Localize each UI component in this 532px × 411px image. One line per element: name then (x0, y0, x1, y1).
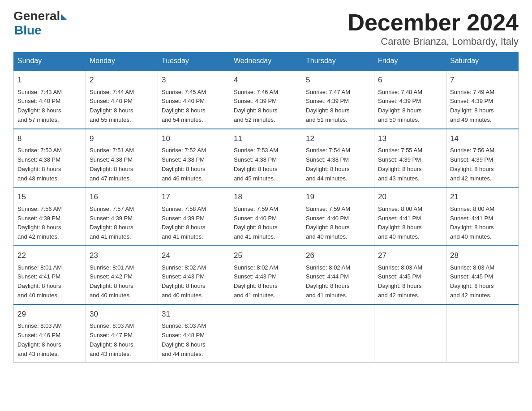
day-number: 22 (17, 250, 82, 261)
day-number: 21 (450, 191, 515, 203)
calendar-cell (230, 304, 302, 363)
calendar-cell: 7Sunrise: 7:49 AMSunset: 4:39 PMDaylight… (446, 70, 519, 129)
day-number: 24 (162, 250, 226, 261)
calendar-cell: 28Sunrise: 8:03 AMSunset: 4:45 PMDayligh… (446, 246, 519, 304)
day-info: Sunrise: 7:56 AMSunset: 4:39 PMDaylight:… (17, 205, 82, 242)
day-info: Sunrise: 8:03 AMSunset: 4:45 PMDaylight:… (378, 263, 442, 300)
calendar-body: 1Sunrise: 7:43 AMSunset: 4:40 PMDaylight… (14, 70, 519, 363)
day-number: 16 (90, 191, 154, 203)
logo-blue-text: Blue (14, 23, 67, 38)
calendar-cell: 6Sunrise: 7:48 AMSunset: 4:39 PMDaylight… (374, 70, 446, 129)
day-info: Sunrise: 7:55 AMSunset: 4:39 PMDaylight:… (378, 146, 442, 183)
day-info: Sunrise: 7:50 AMSunset: 4:38 PMDaylight:… (17, 146, 82, 183)
calendar-cell: 21Sunrise: 8:00 AMSunset: 4:41 PMDayligh… (446, 187, 519, 246)
logo: General Blue (13, 9, 67, 38)
day-number: 20 (378, 191, 442, 203)
logo-arrow-icon (61, 14, 67, 20)
calendar-cell: 10Sunrise: 7:52 AMSunset: 4:38 PMDayligh… (158, 129, 230, 188)
day-number: 6 (378, 74, 442, 86)
day-number: 23 (90, 250, 154, 261)
day-info: Sunrise: 8:03 AMSunset: 4:47 PMDaylight:… (90, 321, 154, 359)
day-info: Sunrise: 8:00 AMSunset: 4:41 PMDaylight:… (378, 205, 442, 242)
day-info: Sunrise: 8:01 AMSunset: 4:41 PMDaylight:… (17, 263, 82, 300)
calendar-cell: 16Sunrise: 7:57 AMSunset: 4:39 PMDayligh… (86, 187, 158, 246)
calendar-cell: 30Sunrise: 8:03 AMSunset: 4:47 PMDayligh… (86, 304, 158, 363)
day-info: Sunrise: 7:47 AMSunset: 4:39 PMDaylight:… (306, 88, 370, 125)
day-info: Sunrise: 8:01 AMSunset: 4:42 PMDaylight:… (90, 263, 154, 300)
day-info: Sunrise: 8:02 AMSunset: 4:44 PMDaylight:… (306, 263, 370, 300)
day-number: 3 (162, 74, 226, 86)
day-info: Sunrise: 7:54 AMSunset: 4:38 PMDaylight:… (306, 146, 370, 183)
day-number: 8 (17, 133, 82, 145)
day-number: 4 (234, 74, 298, 86)
header-cell-friday: Friday (374, 52, 446, 70)
day-number: 19 (306, 191, 370, 203)
calendar-week-row: 1Sunrise: 7:43 AMSunset: 4:40 PMDaylight… (14, 70, 519, 129)
header-cell-sunday: Sunday (14, 52, 86, 70)
calendar-cell: 15Sunrise: 7:56 AMSunset: 4:39 PMDayligh… (14, 187, 86, 246)
day-number: 1 (17, 74, 82, 86)
location-subtitle: Carate Brianza, Lombardy, Italy (348, 36, 519, 47)
calendar-cell (302, 304, 374, 363)
day-info: Sunrise: 8:03 AMSunset: 4:45 PMDaylight:… (450, 263, 515, 300)
calendar-week-row: 22Sunrise: 8:01 AMSunset: 4:41 PMDayligh… (14, 246, 519, 304)
calendar-cell: 26Sunrise: 8:02 AMSunset: 4:44 PMDayligh… (302, 246, 374, 304)
day-number: 11 (234, 133, 298, 145)
calendar-cell: 27Sunrise: 8:03 AMSunset: 4:45 PMDayligh… (374, 246, 446, 304)
calendar-cell: 17Sunrise: 7:58 AMSunset: 4:39 PMDayligh… (158, 187, 230, 246)
day-info: Sunrise: 7:59 AMSunset: 4:40 PMDaylight:… (306, 205, 370, 242)
header-cell-tuesday: Tuesday (158, 52, 230, 70)
day-number: 15 (17, 191, 82, 203)
calendar-cell (446, 304, 519, 363)
header-cell-wednesday: Wednesday (230, 52, 302, 70)
day-number: 7 (450, 74, 515, 86)
calendar-cell: 13Sunrise: 7:55 AMSunset: 4:39 PMDayligh… (374, 129, 446, 188)
day-info: Sunrise: 7:53 AMSunset: 4:38 PMDaylight:… (234, 146, 298, 183)
calendar-cell (374, 304, 446, 363)
day-number: 29 (17, 308, 82, 320)
calendar-cell: 14Sunrise: 7:56 AMSunset: 4:39 PMDayligh… (446, 129, 519, 188)
calendar-cell: 23Sunrise: 8:01 AMSunset: 4:42 PMDayligh… (86, 246, 158, 304)
calendar-cell: 29Sunrise: 8:03 AMSunset: 4:46 PMDayligh… (14, 304, 86, 363)
header-row: SundayMondayTuesdayWednesdayThursdayFrid… (14, 52, 519, 70)
day-number: 26 (306, 250, 370, 261)
day-number: 10 (162, 133, 226, 145)
day-info: Sunrise: 7:57 AMSunset: 4:39 PMDaylight:… (90, 205, 154, 242)
calendar-cell: 11Sunrise: 7:53 AMSunset: 4:38 PMDayligh… (230, 129, 302, 188)
day-number: 17 (162, 191, 226, 203)
day-info: Sunrise: 8:00 AMSunset: 4:41 PMDaylight:… (450, 205, 515, 242)
day-number: 2 (90, 74, 154, 86)
calendar-week-row: 8Sunrise: 7:50 AMSunset: 4:38 PMDaylight… (14, 129, 519, 188)
calendar-cell: 5Sunrise: 7:47 AMSunset: 4:39 PMDaylight… (302, 70, 374, 129)
day-info: Sunrise: 8:03 AMSunset: 4:48 PMDaylight:… (162, 321, 226, 359)
logo-general-text: General (13, 9, 60, 23)
day-info: Sunrise: 7:52 AMSunset: 4:38 PMDaylight:… (162, 146, 226, 183)
calendar-cell: 19Sunrise: 7:59 AMSunset: 4:40 PMDayligh… (302, 187, 374, 246)
calendar-cell: 12Sunrise: 7:54 AMSunset: 4:38 PMDayligh… (302, 129, 374, 188)
title-block: December 2024 Carate Brianza, Lombardy, … (348, 9, 519, 47)
calendar-cell: 25Sunrise: 8:02 AMSunset: 4:43 PMDayligh… (230, 246, 302, 304)
calendar-cell: 2Sunrise: 7:44 AMSunset: 4:40 PMDaylight… (86, 70, 158, 129)
day-number: 14 (450, 133, 515, 145)
day-number: 28 (450, 250, 515, 261)
calendar-cell: 18Sunrise: 7:59 AMSunset: 4:40 PMDayligh… (230, 187, 302, 246)
calendar-cell: 24Sunrise: 8:02 AMSunset: 4:43 PMDayligh… (158, 246, 230, 304)
day-info: Sunrise: 7:45 AMSunset: 4:40 PMDaylight:… (162, 88, 226, 125)
day-info: Sunrise: 7:59 AMSunset: 4:40 PMDaylight:… (234, 205, 298, 242)
calendar-header: SundayMondayTuesdayWednesdayThursdayFrid… (14, 52, 519, 70)
day-number: 25 (234, 250, 298, 261)
day-number: 30 (90, 308, 154, 320)
day-number: 9 (90, 133, 154, 145)
day-info: Sunrise: 7:43 AMSunset: 4:40 PMDaylight:… (17, 88, 82, 125)
day-info: Sunrise: 8:03 AMSunset: 4:46 PMDaylight:… (17, 321, 82, 359)
day-number: 12 (306, 133, 370, 145)
calendar-cell: 20Sunrise: 8:00 AMSunset: 4:41 PMDayligh… (374, 187, 446, 246)
day-info: Sunrise: 8:02 AMSunset: 4:43 PMDaylight:… (162, 263, 226, 300)
day-info: Sunrise: 7:51 AMSunset: 4:38 PMDaylight:… (90, 146, 154, 183)
day-number: 31 (162, 308, 226, 320)
calendar-cell: 22Sunrise: 8:01 AMSunset: 4:41 PMDayligh… (14, 246, 86, 304)
day-number: 18 (234, 191, 298, 203)
calendar-cell: 4Sunrise: 7:46 AMSunset: 4:39 PMDaylight… (230, 70, 302, 129)
header-cell-monday: Monday (86, 52, 158, 70)
calendar-cell: 1Sunrise: 7:43 AMSunset: 4:40 PMDaylight… (14, 70, 86, 129)
